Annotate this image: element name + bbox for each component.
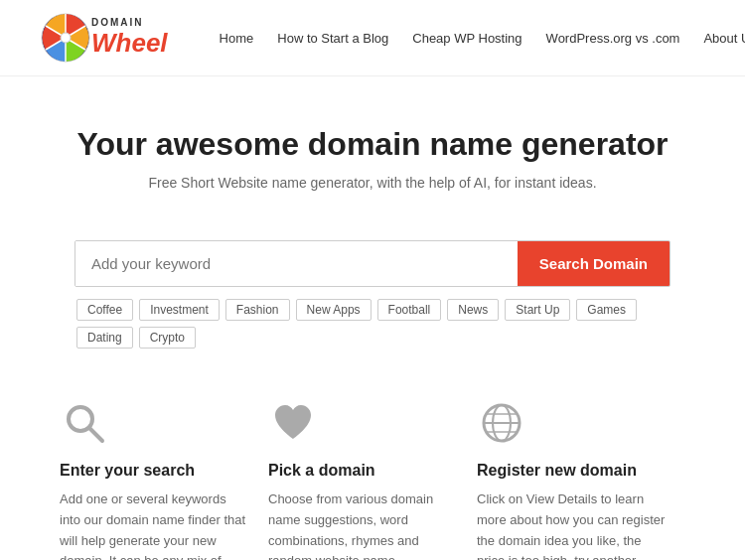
tag-item[interactable]: Football — [377, 299, 442, 321]
nav-blog[interactable]: How to Start a Blog — [265, 27, 400, 50]
tag-item[interactable]: Dating — [76, 327, 133, 349]
nav-hosting[interactable]: Cheap WP Hosting — [400, 27, 533, 50]
feature-register-description: Click on View Details to learn more abou… — [477, 490, 666, 560]
nav-about[interactable]: About Us — [691, 27, 745, 50]
search-icon — [60, 398, 109, 448]
svg-line-9 — [89, 428, 102, 441]
logo: DOMAIN Wheel — [40, 12, 168, 64]
feature-pick-description: Choose from various domain name suggesti… — [268, 490, 457, 560]
features-section: Enter your search Add one or several key… — [0, 349, 745, 560]
feature-search-title: Enter your search — [60, 462, 248, 480]
heart-icon — [268, 398, 318, 448]
logo-wheel-label: Wheel — [91, 28, 168, 59]
tag-list: CoffeeInvestmentFashionNew AppsFootballN… — [74, 299, 670, 349]
feature-search: Enter your search Add one or several key… — [60, 398, 268, 560]
logo-wheel-icon — [40, 12, 91, 64]
hero-title: Your awesome domain name generator — [20, 126, 725, 163]
tag-item[interactable]: Start Up — [505, 299, 570, 321]
search-bar: Search Domain — [74, 240, 670, 287]
feature-search-description: Add one or several keywords into our dom… — [60, 490, 248, 560]
logo-domain-label: DOMAIN — [91, 17, 168, 28]
nav-wordpress[interactable]: WordPress.org vs .com — [534, 27, 692, 50]
tag-item[interactable]: News — [447, 299, 499, 321]
header: DOMAIN Wheel Home How to Start a Blog Ch… — [0, 0, 745, 76]
main-nav: Home How to Start a Blog Cheap WP Hostin… — [208, 27, 745, 50]
tag-item[interactable]: Games — [576, 299, 637, 321]
globe-icon — [477, 398, 526, 448]
tag-item[interactable]: New Apps — [296, 299, 372, 321]
tag-item[interactable]: Fashion — [225, 299, 290, 321]
logo-text: DOMAIN Wheel — [91, 17, 168, 59]
hero-section: Your awesome domain name generator Free … — [0, 76, 745, 210]
svg-point-7 — [61, 33, 71, 43]
tag-item[interactable]: Coffee — [76, 299, 133, 321]
feature-register-title: Register new domain — [477, 462, 666, 480]
feature-pick: Pick a domain Choose from various domain… — [268, 398, 477, 560]
feature-pick-title: Pick a domain — [268, 462, 457, 480]
tag-item[interactable]: Crypto — [139, 327, 196, 349]
search-area: Search Domain CoffeeInvestmentFashionNew… — [35, 240, 710, 349]
nav-home[interactable]: Home — [208, 27, 266, 50]
tag-item[interactable]: Investment — [139, 299, 220, 321]
search-button[interactable]: Search Domain — [518, 241, 670, 286]
search-input[interactable] — [75, 241, 518, 286]
hero-subtitle: Free Short Website name generator, with … — [20, 175, 725, 191]
feature-register: Register new domain Click on View Detail… — [477, 398, 685, 560]
